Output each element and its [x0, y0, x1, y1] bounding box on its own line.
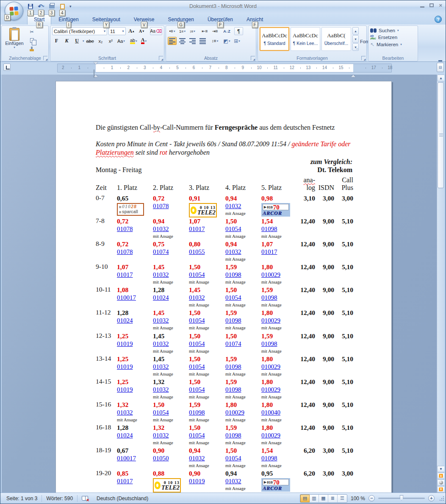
zoom-slider[interactable]	[378, 498, 425, 499]
bold-button[interactable]: F	[52, 37, 61, 45]
justify-button[interactable]	[198, 37, 207, 45]
dial-number-link[interactable]: 010040	[261, 409, 280, 417]
dial-number-link[interactable]: 01024	[117, 432, 133, 440]
dial-number-link[interactable]: 01032	[225, 477, 241, 485]
minimize-button[interactable]	[420, 6, 424, 8]
increase-indent-button[interactable]: ⇥≡	[211, 27, 219, 35]
shading-button[interactable]: ◩▾	[222, 37, 231, 45]
style-card[interactable]: AaBbCcDc¶ Kein Lee...	[291, 27, 320, 51]
style-card[interactable]: AaBbC(Überschrif...	[321, 27, 351, 51]
dial-number-link[interactable]: 01054	[189, 271, 205, 279]
dial-number-link[interactable]: 010029	[261, 363, 280, 371]
clipboard-dialog-launcher[interactable]	[43, 56, 47, 60]
browse-object-button[interactable]	[437, 479, 445, 486]
copy-button[interactable]	[27, 37, 36, 44]
dial-number-link[interactable]: 010029	[261, 271, 280, 279]
dial-number-link[interactable]: 01054	[189, 363, 205, 371]
office-button[interactable]: D	[5, 2, 23, 20]
decrease-indent-button[interactable]: ⇤≡	[200, 27, 209, 35]
word-count-status[interactable]: Wörter: 590	[42, 494, 77, 503]
scrollbar-thumb[interactable]	[438, 82, 444, 188]
dial-number-link[interactable]: 010029	[261, 432, 280, 440]
web-layout-view-button[interactable]: ▦	[319, 495, 328, 502]
font-color-button[interactable]: A▾	[139, 37, 148, 45]
vertical-scrollbar[interactable]: ▲ ▼ ⏫ ⏬	[437, 75, 444, 493]
sort-button[interactable]: A↓Z	[222, 27, 231, 35]
show-paragraph-marks-button[interactable]: ¶	[234, 27, 243, 35]
change-case-button[interactable]: Aa▾	[116, 37, 126, 45]
dial-number-link[interactable]: 01098	[225, 271, 241, 279]
cut-button[interactable]: ✂	[27, 28, 36, 36]
styles-dialog-launcher[interactable]	[361, 56, 366, 60]
dial-number-link[interactable]: 01054	[225, 225, 241, 233]
dial-number-link[interactable]: 01032	[153, 225, 169, 233]
scroll-down-arrow[interactable]: ▼	[437, 466, 445, 472]
dial-number-link[interactable]: 01032	[153, 363, 169, 371]
dial-number-link[interactable]: 01054	[189, 340, 205, 348]
dial-number-link[interactable]: 01050	[153, 454, 169, 462]
arcor-logo[interactable]: ▶01070ARCOR	[261, 203, 290, 217]
tab-sendungen[interactable]: SendungenG	[161, 15, 200, 25]
fullscreen-reading-view-button[interactable]: ▥	[310, 495, 319, 502]
underline-button[interactable]: U	[72, 37, 81, 45]
dial-number-link[interactable]: 01019	[117, 363, 133, 371]
borders-button[interactable]: ⊞▾	[233, 37, 241, 45]
find-button[interactable]: Suchen ▾	[370, 28, 416, 33]
dial-number-link[interactable]: 01054	[189, 386, 205, 394]
dial-number-link[interactable]: 01078	[153, 202, 169, 210]
format-painter-button[interactable]	[27, 45, 36, 53]
dial-number-link[interactable]: 01098	[261, 225, 277, 233]
styles-scroll-up-button[interactable]: ▲	[352, 27, 359, 35]
dial-number-link[interactable]: 01054	[189, 432, 205, 440]
dial-number-link[interactable]: 01054	[153, 409, 169, 417]
draft-view-button[interactable]: ☰	[338, 495, 347, 502]
dial-number-link[interactable]: 01032	[153, 340, 169, 348]
tele2-logo[interactable]: 0 10 13TELE2	[189, 203, 217, 217]
split-handle[interactable]	[438, 60, 442, 61]
shrink-font-button[interactable]: A▾	[137, 27, 146, 35]
sparcall-logo[interactable]: 01028sparcall	[117, 203, 144, 216]
grow-font-button[interactable]: A▴	[127, 27, 136, 35]
strikethrough-button[interactable]: abe	[86, 37, 95, 45]
align-left-button[interactable]	[168, 37, 177, 45]
dial-number-link[interactable]: 01032	[189, 454, 205, 462]
select-button[interactable]: ↖ Markieren ▾	[370, 42, 416, 47]
font-dialog-launcher[interactable]	[159, 56, 163, 60]
dial-number-link[interactable]: 01098	[261, 294, 277, 302]
align-right-button[interactable]	[188, 37, 197, 45]
numbering-button[interactable]: 1≡▾	[178, 27, 187, 35]
arcor-logo[interactable]: ▶01070ARCOR	[261, 478, 290, 492]
dial-number-link[interactable]: 01074	[225, 340, 241, 348]
dial-number-link[interactable]: 01074	[153, 248, 169, 256]
dial-number-link[interactable]: 01032	[225, 202, 241, 210]
previous-page-button[interactable]: ⏫	[437, 473, 445, 479]
dial-number-link[interactable]: 010029	[261, 317, 280, 325]
dial-number-link[interactable]: 01032	[225, 248, 241, 256]
line-spacing-button[interactable]: ↕≡▾	[211, 37, 219, 45]
ruler-toggle-button[interactable]: ⊟	[437, 63, 444, 72]
dial-number-link[interactable]: 01019	[117, 386, 133, 394]
font-size-combo[interactable]: 11 ▾	[108, 27, 126, 35]
language-status[interactable]: Deutsch (Deutschland)	[92, 494, 152, 503]
tab-einfügen[interactable]: EinfügenI	[52, 15, 85, 25]
align-center-button[interactable]	[178, 37, 187, 45]
dial-number-link[interactable]: 01098	[261, 454, 277, 462]
tab-verweise[interactable]: VerweiseV	[127, 15, 161, 25]
dial-number-link[interactable]: 01017	[117, 271, 133, 279]
left-indent-marker[interactable]	[94, 70, 94, 78]
dial-number-link[interactable]: 01098	[225, 363, 241, 371]
print-layout-view-button[interactable]: ▤	[300, 495, 310, 502]
next-page-button[interactable]: ⏬	[437, 486, 445, 493]
dial-number-link[interactable]: 01032	[189, 294, 205, 302]
close-button[interactable]: ×	[439, 3, 442, 8]
dial-number-link[interactable]: 01032	[117, 409, 133, 417]
dial-number-link[interactable]: 01098	[189, 409, 205, 417]
dial-number-link[interactable]: 01054	[225, 294, 241, 302]
dial-number-link[interactable]: 01098	[225, 386, 241, 394]
page-count-status[interactable]: Seite: 1 von 3	[2, 494, 42, 503]
tele2-logo[interactable]: 0 10 13TELE2	[153, 478, 181, 493]
font-name-combo[interactable]: Calibri (Textkörper) ▾	[52, 27, 107, 35]
zoom-level-label[interactable]: 100 %	[351, 496, 365, 501]
styles-more-button[interactable]: ▼̲	[352, 43, 359, 51]
help-button[interactable]: ?	[435, 16, 442, 23]
